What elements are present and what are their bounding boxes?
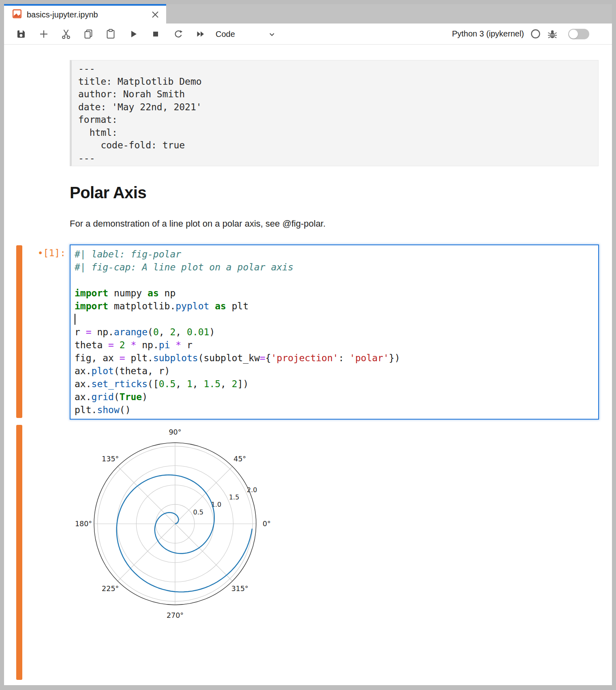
svg-text:45°: 45°	[233, 455, 246, 463]
restart-kernel-button[interactable]	[173, 28, 184, 40]
raw-cell-line: ---	[78, 62, 592, 75]
chevron-down-icon	[267, 30, 276, 41]
code-line[interactable]: import matplotlib.pyplot as plt	[75, 300, 594, 313]
code-editor[interactable]: #| label: fig-polar#| fig-cap: A line pl…	[75, 248, 594, 416]
output-collapse-bar[interactable]	[16, 425, 22, 680]
polar-plot-output: 0°45°90°135°180°225°270°315°0.51.01.52.0	[69, 425, 284, 628]
simple-mode-toggle[interactable]	[568, 29, 589, 39]
raw-cell-line: title: Matplotlib Demo	[78, 75, 592, 88]
notebook-file-icon	[12, 9, 22, 20]
notebook-toolbar: Code Python 3 (ipykernel)	[4, 24, 612, 45]
raw-cell-line: ---	[78, 152, 592, 165]
interrupt-kernel-button[interactable]	[150, 28, 161, 40]
code-line[interactable]: ax.set_rticks([0.5, 1, 1.5, 2])	[75, 377, 594, 390]
code-line[interactable]: r = np.arange(0, 2, 0.01)	[75, 326, 594, 339]
code-line[interactable]: plt.show()	[75, 403, 594, 416]
cell-type-value: Code	[216, 30, 235, 39]
raw-cell-line: html:	[78, 126, 592, 139]
bug-icon[interactable]	[547, 29, 558, 41]
svg-text:0°: 0°	[263, 520, 271, 528]
code-cell-collapse-bar[interactable]	[16, 245, 22, 418]
restart-run-all-button[interactable]	[195, 28, 206, 40]
raw-cell-line: date: 'May 22nd, 2021'	[78, 101, 592, 114]
polar-figure: 0°45°90°135°180°225°270°315°0.51.01.52.0	[69, 425, 284, 628]
kernel-status-icon[interactable]	[530, 29, 541, 41]
save-button[interactable]	[15, 28, 27, 40]
svg-text:135°: 135°	[102, 455, 119, 463]
text-cursor	[75, 314, 75, 325]
raw-cell-line: author: Norah Smith	[78, 88, 592, 101]
kernel-name[interactable]: Python 3 (ipykernel)	[452, 29, 524, 39]
svg-text:2.0: 2.0	[247, 486, 257, 494]
markdown-heading[interactable]: Polar Axis	[70, 184, 146, 202]
code-line[interactable]: #| fig-cap: A line plot on a polar axis	[75, 261, 594, 274]
code-line[interactable]: fig, ax = plt.subplots(subplot_kw={'proj…	[75, 351, 594, 364]
toggle-knob	[569, 30, 578, 39]
tab-basics-jupyter[interactable]: basics-jupyter.ipynb	[4, 4, 166, 24]
jupyterlab-window: basics-jupyter.ipynb	[4, 4, 612, 685]
code-cell[interactable]: #| label: fig-polar#| fig-cap: A line pl…	[70, 244, 599, 420]
paste-cells-button[interactable]	[105, 28, 116, 40]
cell-type-dropdown[interactable]: Code	[216, 28, 235, 41]
code-line[interactable]: ax.grid(True)	[75, 390, 594, 403]
markdown-paragraph[interactable]: For a demonstration of a line plot on a …	[70, 219, 325, 229]
code-line[interactable]: ax.plot(theta, r)	[75, 364, 594, 377]
tab-title: basics-jupyter.ipynb	[27, 10, 150, 19]
execution-prompt: •[1]:	[12, 248, 66, 258]
svg-text:90°: 90°	[169, 428, 181, 436]
svg-text:225°: 225°	[102, 585, 119, 593]
run-cell-button[interactable]	[128, 28, 139, 40]
tab-bar: basics-jupyter.ipynb	[4, 4, 612, 24]
insert-cell-button[interactable]	[38, 28, 49, 40]
cut-cells-button[interactable]	[60, 28, 72, 40]
tab-close-icon[interactable]	[150, 9, 160, 20]
svg-text:315°: 315°	[231, 585, 248, 593]
svg-text:0.5: 0.5	[193, 508, 203, 516]
code-line[interactable]	[75, 313, 594, 326]
code-line[interactable]	[75, 274, 594, 287]
raw-cell-yaml-frontmatter[interactable]: ---title: Matplotlib Demoauthor: Norah S…	[70, 60, 599, 166]
code-line[interactable]: theta = 2 * np.pi * r	[75, 339, 594, 351]
svg-text:180°: 180°	[75, 520, 92, 528]
svg-text:1.5: 1.5	[229, 493, 239, 501]
raw-cell-line: format:	[78, 114, 592, 126]
code-line[interactable]: #| label: fig-polar	[75, 248, 594, 261]
code-line[interactable]: import numpy as np	[75, 287, 594, 300]
copy-cells-button[interactable]	[83, 28, 94, 40]
notebook-content: ---title: Matplotlib Demoauthor: Norah S…	[4, 45, 612, 685]
raw-cell-line: code-fold: true	[78, 139, 592, 152]
svg-text:270°: 270°	[167, 611, 184, 619]
